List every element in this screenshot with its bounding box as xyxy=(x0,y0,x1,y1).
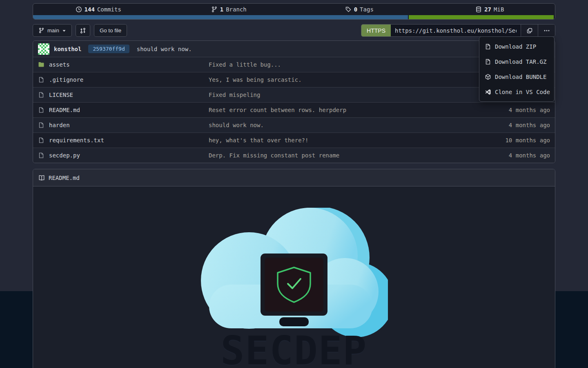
readme-body: SECDEP SECDEP xyxy=(33,186,555,368)
compare-branches-button[interactable] xyxy=(76,24,90,37)
stat-commits[interactable]: 144 Commits xyxy=(33,6,164,13)
identicon-image xyxy=(38,43,49,55)
table-row[interactable]: harden should work now. 4 months ago xyxy=(33,117,555,132)
copy-icon xyxy=(526,27,533,34)
readme-header[interactable]: README.md xyxy=(33,169,555,186)
file-commit-date: 4 months ago xyxy=(481,152,550,159)
go-to-file-button[interactable]: Go to file xyxy=(94,24,127,37)
menu-item-download-targz[interactable]: Download TAR.GZ xyxy=(479,54,554,69)
clone-url-group: HTTPS xyxy=(361,24,555,37)
git-compare-icon xyxy=(80,27,86,34)
file-name-link[interactable]: .gitignore xyxy=(49,76,83,83)
commits-label: Commits xyxy=(97,6,121,13)
tags-count: 0 xyxy=(354,6,357,13)
commit-message[interactable]: should work now. xyxy=(137,46,192,52)
zip-file-icon xyxy=(485,58,491,65)
menu-item-label: Download ZIP xyxy=(495,43,536,50)
file-icon xyxy=(38,137,45,144)
file-name-link[interactable]: LICENSE xyxy=(49,92,73,98)
language-segment-green xyxy=(409,15,554,19)
copy-url-button[interactable] xyxy=(521,25,538,36)
menu-item-download-bundle[interactable]: Download BUNDLE xyxy=(479,69,554,84)
file-name-link[interactable]: secdep.py xyxy=(49,152,80,159)
stat-tags[interactable]: 0 Tags xyxy=(294,6,425,13)
avatar[interactable] xyxy=(38,43,49,55)
history-icon xyxy=(76,6,82,13)
database-icon xyxy=(475,6,482,13)
logo-wordmark: SECDEP xyxy=(221,328,368,368)
clone-protocol-button[interactable]: HTTPS xyxy=(361,25,391,36)
readme-panel: README.md xyxy=(33,169,555,368)
repo-toolbar: main Go to file HTTPS xyxy=(33,24,555,37)
file-name-link[interactable]: assets xyxy=(49,61,70,68)
file-name-link[interactable]: harden xyxy=(49,122,70,128)
tags-label: Tags xyxy=(360,6,374,13)
menu-item-download-zip[interactable]: Download ZIP xyxy=(479,39,554,54)
repo-stats-bar: 144 Commits 1 Branch 0 Tags 27 MiB xyxy=(33,3,555,20)
file-icon xyxy=(38,152,45,159)
language-bar[interactable] xyxy=(33,15,555,19)
file-commit-message[interactable]: should work now. xyxy=(209,122,481,128)
clone-url-input[interactable] xyxy=(391,25,521,36)
file-commit-message[interactable]: Reset error count between rows. herpderp xyxy=(209,107,481,113)
branch-label: Branch xyxy=(226,6,247,13)
menu-item-label: Download BUNDLE xyxy=(495,74,546,80)
zip-file-icon xyxy=(485,43,491,50)
git-branch-icon xyxy=(211,6,218,13)
file-name-link[interactable]: requirements.txt xyxy=(49,137,104,144)
clone-options-menu: Download ZIP Download TAR.GZ Download BU… xyxy=(479,36,555,102)
file-icon xyxy=(38,76,45,83)
git-branch-icon xyxy=(38,27,45,34)
file-icon xyxy=(38,107,45,113)
latest-commit-row: konsthol 259370ff9d should work now. xyxy=(33,41,555,57)
file-commit-message[interactable]: Derp. Fix missing constant post rename xyxy=(209,152,481,159)
package-icon xyxy=(485,74,491,80)
table-row[interactable]: assets Fixed a little bug... xyxy=(33,57,555,72)
current-branch-label: main xyxy=(47,27,59,34)
file-commit-message[interactable]: hey, what's that over there?! xyxy=(209,137,481,144)
table-row[interactable]: requirements.txt hey, what's that over t… xyxy=(33,132,555,148)
table-row[interactable]: README.md Reset error count between rows… xyxy=(33,102,555,117)
size-label: MiB xyxy=(494,6,504,13)
file-name-link[interactable]: README.md xyxy=(49,107,80,113)
folder-icon xyxy=(38,61,45,68)
book-icon xyxy=(38,175,45,181)
secdep-logo-image: SECDEP SECDEP xyxy=(200,208,388,368)
menu-item-clone-vscode[interactable]: Clone in VS Code xyxy=(479,84,554,99)
file-commit-date: 4 months ago xyxy=(481,122,550,128)
kebab-horizontal-icon xyxy=(543,27,550,34)
file-commit-message[interactable]: Yes, I was being sarcastic. xyxy=(209,76,481,83)
file-commit-message[interactable]: Fixed a little bug... xyxy=(209,61,481,68)
vscode-icon xyxy=(485,89,491,95)
readme-title: README.md xyxy=(49,175,80,181)
tag-icon xyxy=(345,6,352,13)
table-row[interactable]: LICENSE Fixed mispeling xyxy=(33,87,555,102)
size-value: 27 xyxy=(484,6,491,13)
chevron-down-icon xyxy=(62,29,66,33)
file-icon xyxy=(38,92,45,98)
file-commit-date: 10 months ago xyxy=(481,137,550,144)
page-container: 144 Commits 1 Branch 0 Tags 27 MiB xyxy=(33,3,555,368)
go-to-file-label: Go to file xyxy=(100,27,121,34)
branch-count: 1 xyxy=(220,6,223,13)
stat-branches[interactable]: 1 Branch xyxy=(164,6,294,13)
table-row[interactable]: .gitignore Yes, I was being sarcastic. xyxy=(33,72,555,87)
language-segment-blue xyxy=(33,15,408,19)
stat-size[interactable]: 27 MiB xyxy=(425,6,555,13)
file-commit-message[interactable]: Fixed mispeling xyxy=(209,92,481,98)
more-options-button[interactable] xyxy=(538,25,555,36)
file-commit-date: 4 months ago xyxy=(481,107,550,113)
file-icon xyxy=(38,122,45,128)
branch-selector-button[interactable]: main xyxy=(33,24,72,37)
table-row[interactable]: secdep.py Derp. Fix missing constant pos… xyxy=(33,148,555,163)
clone-protocol-label: HTTPS xyxy=(367,27,385,34)
menu-item-label: Clone in VS Code xyxy=(495,89,550,95)
commits-count: 144 xyxy=(85,6,95,13)
commit-hash-badge[interactable]: 259370ff9d xyxy=(88,45,129,53)
menu-item-label: Download TAR.GZ xyxy=(495,58,546,65)
commit-author[interactable]: konsthol xyxy=(54,46,81,52)
files-panel: konsthol 259370ff9d should work now. ass… xyxy=(33,40,555,163)
